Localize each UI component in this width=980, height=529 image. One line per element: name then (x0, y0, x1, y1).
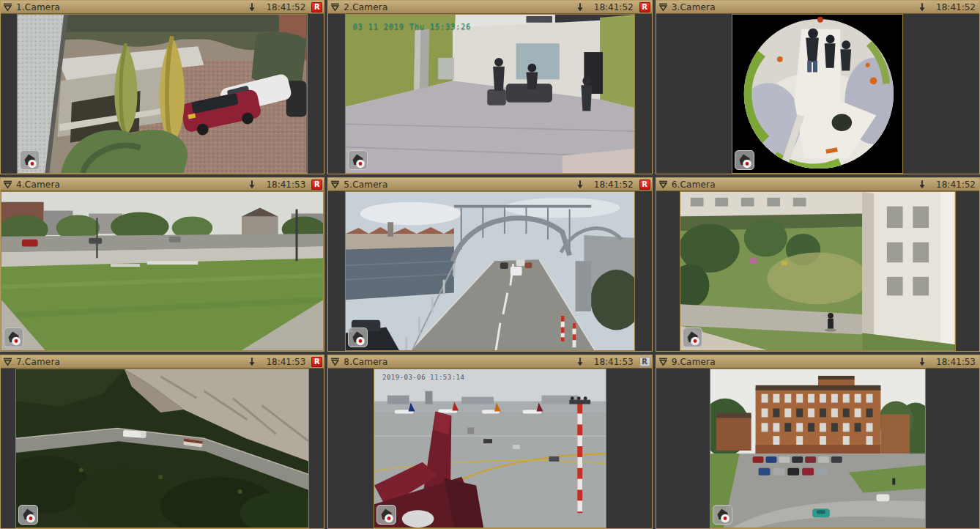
camera-osd-timestamp: 03 11 2019 Thu 15:33:26 (353, 23, 471, 31)
camera-9-titlebar[interactable]: 9.Camera 18:41:53 (656, 355, 979, 369)
collapse-menu-icon[interactable] (330, 180, 340, 189)
video-scene-courtyard (18, 15, 306, 173)
camera-tile-6: 6.Camera 18:41:52 (656, 177, 980, 352)
camera-name: 4.Camera (16, 180, 60, 190)
camera-timestamp: 18:41:53 (594, 357, 634, 367)
camera-timestamp: 18:41:52 (936, 2, 976, 12)
export-arrow-down-icon[interactable] (576, 2, 584, 12)
camera-name: 5.Camera (344, 180, 387, 190)
camera-name: 7.Camera (16, 357, 60, 367)
camera-8-titlebar[interactable]: 8.Camera 18:41:53 R (328, 355, 651, 369)
video-scene-cliff-road (16, 369, 308, 528)
camera-5-titlebar[interactable]: 5.Camera 18:41:52 R (328, 178, 651, 191)
camera-1-titlebar[interactable]: 1.Camera 18:41:52 R (1, 1, 324, 14)
video-scene-building-courtyard (680, 192, 955, 350)
camera-tile-1: 1.Camera 18:41:52 R (0, 0, 324, 174)
export-arrow-down-icon[interactable] (918, 2, 927, 12)
camera-2-titlebar[interactable]: 2.Camera 18:41:52 R (328, 1, 651, 14)
camera-name: 1.Camera (16, 2, 60, 12)
camera-3-video[interactable] (656, 14, 979, 174)
camera-9-video[interactable] (656, 369, 979, 528)
home-archive-button[interactable] (683, 328, 702, 347)
camera-name: 9.Camera (672, 357, 716, 367)
collapse-menu-icon[interactable] (658, 3, 668, 12)
collapse-menu-icon[interactable] (330, 3, 340, 12)
camera-7-video[interactable] (1, 369, 324, 528)
collapse-menu-icon[interactable] (658, 180, 668, 189)
camera-osd-timestamp: 2019-03-06 11:53:14 (380, 374, 467, 381)
camera-3-titlebar[interactable]: 3.Camera 18:41:52 (656, 1, 979, 14)
export-arrow-down-icon[interactable] (918, 180, 927, 190)
camera-tile-5: 5.Camera 18:41:52 R (327, 177, 652, 352)
camera-timestamp: 18:41:53 (936, 357, 976, 367)
camera-7-titlebar[interactable]: 7.Camera 18:41:53 R (1, 355, 324, 369)
camera-tile-2: 2.Camera 18:41:52 R 03 11 2019 Thu 15:33… (327, 0, 652, 174)
home-archive-button[interactable] (735, 150, 754, 170)
camera-tile-4: 4.Camera 18:41:53 R (0, 177, 324, 352)
camera-name: 3.Camera (672, 2, 716, 12)
camera-tile-8: 8.Camera 18:41:53 R 2019-03-06 11:53:14 (327, 355, 652, 529)
camera-name: 6.Camera (672, 180, 716, 190)
collapse-menu-icon[interactable] (3, 180, 12, 189)
camera-2-video[interactable]: 03 11 2019 Thu 15:33:26 (328, 14, 651, 174)
video-scene-brick-building (710, 369, 925, 528)
camera-4-video[interactable] (1, 191, 324, 351)
parked-cars-row-2 (758, 468, 828, 476)
export-arrow-down-icon[interactable] (918, 357, 927, 367)
parked-cars-row-1 (752, 456, 842, 463)
home-archive-button[interactable] (713, 505, 732, 525)
export-arrow-down-icon[interactable] (248, 357, 256, 367)
export-arrow-down-icon[interactable] (576, 180, 584, 190)
home-archive-button[interactable] (20, 150, 40, 170)
record-badge: R (311, 2, 322, 12)
home-archive-button[interactable] (348, 150, 368, 170)
camera-tile-3: 3.Camera 18:41:52 (656, 0, 980, 174)
record-badge: R (311, 180, 322, 190)
export-arrow-down-icon[interactable] (248, 180, 256, 190)
camera-tile-7: 7.Camera 18:41:53 R (0, 355, 324, 529)
collapse-menu-icon[interactable] (3, 3, 12, 12)
video-scene-office (346, 15, 634, 173)
record-badge: R (639, 2, 650, 12)
home-archive-button[interactable] (4, 328, 23, 347)
record-badge: R (311, 357, 322, 367)
video-scene-park (1, 192, 323, 350)
camera-8-video[interactable]: 2019-03-06 11:53:14 (328, 369, 651, 528)
video-scene-bridge (346, 192, 634, 350)
export-arrow-down-icon[interactable] (248, 2, 256, 12)
record-badge-inactive: R (639, 357, 650, 367)
camera-1-video[interactable] (1, 14, 324, 174)
export-arrow-down-icon[interactable] (576, 357, 584, 367)
camera-tile-9: 9.Camera 18:41:53 (656, 355, 980, 529)
camera-name: 8.Camera (344, 357, 387, 367)
camera-name: 2.Camera (344, 2, 387, 12)
camera-6-titlebar[interactable]: 6.Camera 18:41:52 (656, 178, 979, 191)
camera-6-video[interactable] (656, 191, 979, 351)
home-archive-button[interactable] (348, 328, 368, 347)
video-scene-fisheye (732, 15, 902, 173)
camera-5-video[interactable] (328, 191, 651, 351)
camera-timestamp: 18:41:52 (936, 180, 976, 190)
camera-grid: 1.Camera 18:41:52 R (0, 0, 980, 529)
camera-timestamp: 18:41:53 (266, 357, 305, 367)
camera-timestamp: 18:41:52 (266, 2, 305, 12)
camera-timestamp: 18:41:53 (266, 180, 305, 190)
camera-4-titlebar[interactable]: 4.Camera 18:41:53 R (1, 178, 324, 191)
video-scene-airport (374, 369, 606, 528)
camera-timestamp: 18:41:52 (594, 2, 634, 12)
record-badge: R (639, 180, 650, 190)
collapse-menu-icon[interactable] (3, 358, 12, 366)
home-archive-button[interactable] (376, 505, 396, 525)
home-archive-button[interactable] (18, 505, 38, 525)
collapse-menu-icon[interactable] (330, 358, 340, 366)
camera-timestamp: 18:41:52 (594, 180, 634, 190)
collapse-menu-icon[interactable] (658, 358, 668, 366)
